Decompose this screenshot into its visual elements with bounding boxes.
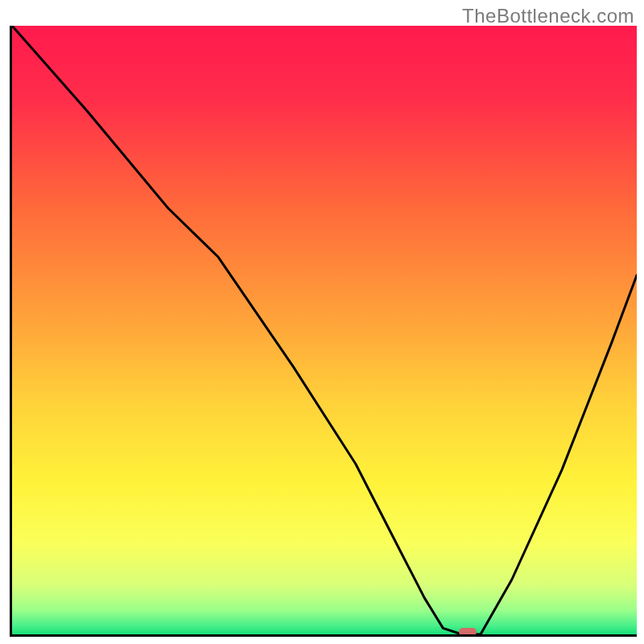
optimum-marker [459, 628, 477, 636]
plot-area [10, 26, 637, 637]
watermark-text: TheBottleneck.com [462, 5, 634, 27]
chart-container: TheBottleneck.com [0, 0, 644, 644]
bottleneck-curve [12, 26, 637, 634]
